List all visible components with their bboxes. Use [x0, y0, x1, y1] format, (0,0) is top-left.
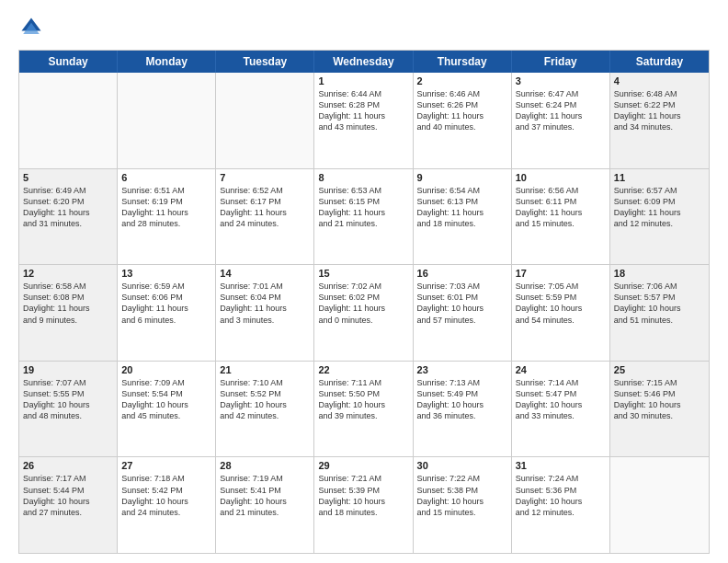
calendar-day-18: 18Sunrise: 7:06 AM Sunset: 5:57 PM Dayli…	[610, 265, 709, 361]
day-number: 17	[516, 268, 606, 279]
day-info: Sunrise: 7:22 AM Sunset: 5:38 PM Dayligh…	[417, 473, 507, 518]
calendar-day-27: 27Sunrise: 7:18 AM Sunset: 5:42 PM Dayli…	[118, 457, 216, 553]
calendar-day-30: 30Sunrise: 7:22 AM Sunset: 5:38 PM Dayli…	[414, 457, 512, 553]
calendar-day-1: 1Sunrise: 6:44 AM Sunset: 6:28 PM Daylig…	[314, 73, 413, 168]
page: SundayMondayTuesdayWednesdayThursdayFrid…	[0, 0, 728, 563]
day-info: Sunrise: 7:11 AM Sunset: 5:50 PM Dayligh…	[318, 377, 408, 422]
day-info: Sunrise: 7:18 AM Sunset: 5:42 PM Dayligh…	[121, 473, 211, 518]
day-number: 25	[614, 364, 705, 375]
day-info: Sunrise: 7:03 AM Sunset: 6:01 PM Dayligh…	[417, 281, 507, 326]
calendar-week-5: 26Sunrise: 7:17 AM Sunset: 5:44 PM Dayli…	[19, 457, 709, 553]
day-info: Sunrise: 7:14 AM Sunset: 5:47 PM Dayligh…	[516, 377, 606, 422]
day-info: Sunrise: 6:59 AM Sunset: 6:06 PM Dayligh…	[121, 281, 211, 326]
day-info: Sunrise: 7:13 AM Sunset: 5:49 PM Dayligh…	[417, 377, 507, 422]
day-number: 28	[220, 460, 310, 471]
calendar-week-3: 12Sunrise: 6:58 AM Sunset: 6:08 PM Dayli…	[19, 265, 709, 362]
day-number: 13	[121, 268, 211, 279]
calendar-day-17: 17Sunrise: 7:05 AM Sunset: 5:59 PM Dayli…	[512, 265, 610, 361]
day-number: 14	[220, 268, 310, 279]
day-info: Sunrise: 7:15 AM Sunset: 5:46 PM Dayligh…	[614, 377, 705, 422]
calendar-day-24: 24Sunrise: 7:14 AM Sunset: 5:47 PM Dayli…	[512, 362, 610, 457]
header-day-friday: Friday	[512, 51, 610, 73]
calendar-day-22: 22Sunrise: 7:11 AM Sunset: 5:50 PM Dayli…	[314, 362, 413, 457]
calendar-week-4: 19Sunrise: 7:07 AM Sunset: 5:55 PM Dayli…	[19, 362, 709, 458]
calendar-day-25: 25Sunrise: 7:15 AM Sunset: 5:46 PM Dayli…	[610, 362, 709, 457]
calendar-day-15: 15Sunrise: 7:02 AM Sunset: 6:02 PM Dayli…	[314, 265, 413, 361]
calendar-day-21: 21Sunrise: 7:10 AM Sunset: 5:52 PM Dayli…	[216, 362, 314, 457]
calendar-day-16: 16Sunrise: 7:03 AM Sunset: 6:01 PM Dayli…	[414, 265, 512, 361]
day-info: Sunrise: 6:44 AM Sunset: 6:28 PM Dayligh…	[318, 88, 408, 133]
day-number: 29	[318, 460, 408, 471]
day-info: Sunrise: 6:56 AM Sunset: 6:11 PM Dayligh…	[516, 185, 606, 230]
calendar-header: SundayMondayTuesdayWednesdayThursdayFrid…	[19, 51, 709, 73]
calendar-day-12: 12Sunrise: 6:58 AM Sunset: 6:08 PM Dayli…	[19, 265, 118, 361]
day-number: 16	[417, 268, 507, 279]
day-number: 21	[220, 364, 310, 375]
calendar-day-8: 8Sunrise: 6:53 AM Sunset: 6:15 PM Daylig…	[314, 169, 413, 265]
day-info: Sunrise: 6:58 AM Sunset: 6:08 PM Dayligh…	[23, 281, 113, 326]
day-number: 2	[417, 75, 507, 86]
day-number: 1	[318, 75, 408, 86]
day-number: 10	[516, 172, 606, 183]
logo-icon	[18, 15, 44, 40]
calendar-day-7: 7Sunrise: 6:52 AM Sunset: 6:17 PM Daylig…	[216, 169, 314, 265]
day-info: Sunrise: 7:07 AM Sunset: 5:55 PM Dayligh…	[23, 377, 113, 422]
calendar: SundayMondayTuesdayWednesdayThursdayFrid…	[18, 50, 710, 554]
day-info: Sunrise: 7:05 AM Sunset: 5:59 PM Dayligh…	[516, 281, 606, 326]
day-info: Sunrise: 6:49 AM Sunset: 6:20 PM Dayligh…	[23, 185, 113, 230]
day-info: Sunrise: 6:51 AM Sunset: 6:19 PM Dayligh…	[121, 185, 211, 230]
calendar-day-29: 29Sunrise: 7:21 AM Sunset: 5:39 PM Dayli…	[314, 457, 413, 553]
header-day-wednesday: Wednesday	[314, 51, 413, 73]
day-info: Sunrise: 7:24 AM Sunset: 5:36 PM Dayligh…	[516, 473, 606, 518]
day-info: Sunrise: 6:57 AM Sunset: 6:09 PM Dayligh…	[614, 185, 705, 230]
day-info: Sunrise: 7:09 AM Sunset: 5:54 PM Dayligh…	[121, 377, 211, 422]
header-day-tuesday: Tuesday	[216, 51, 314, 73]
day-info: Sunrise: 7:02 AM Sunset: 6:02 PM Dayligh…	[318, 281, 408, 326]
day-info: Sunrise: 7:10 AM Sunset: 5:52 PM Dayligh…	[220, 377, 310, 422]
day-number: 27	[121, 460, 211, 471]
calendar-day-2: 2Sunrise: 6:46 AM Sunset: 6:26 PM Daylig…	[414, 73, 512, 168]
day-number: 23	[417, 364, 507, 375]
logo	[18, 15, 48, 40]
header-day-thursday: Thursday	[414, 51, 512, 73]
calendar-day-empty	[118, 73, 216, 168]
day-info: Sunrise: 6:53 AM Sunset: 6:15 PM Dayligh…	[318, 185, 408, 230]
day-number: 5	[23, 172, 113, 183]
header-day-sunday: Sunday	[19, 51, 118, 73]
calendar-day-5: 5Sunrise: 6:49 AM Sunset: 6:20 PM Daylig…	[19, 169, 118, 265]
calendar-day-20: 20Sunrise: 7:09 AM Sunset: 5:54 PM Dayli…	[118, 362, 216, 457]
day-info: Sunrise: 6:52 AM Sunset: 6:17 PM Dayligh…	[220, 185, 310, 230]
calendar-day-9: 9Sunrise: 6:54 AM Sunset: 6:13 PM Daylig…	[414, 169, 512, 265]
calendar-day-10: 10Sunrise: 6:56 AM Sunset: 6:11 PM Dayli…	[512, 169, 610, 265]
calendar-day-19: 19Sunrise: 7:07 AM Sunset: 5:55 PM Dayli…	[19, 362, 118, 457]
day-info: Sunrise: 6:54 AM Sunset: 6:13 PM Dayligh…	[417, 185, 507, 230]
day-number: 4	[614, 75, 705, 86]
header	[18, 15, 710, 40]
day-number: 20	[121, 364, 211, 375]
calendar-day-4: 4Sunrise: 6:48 AM Sunset: 6:22 PM Daylig…	[610, 73, 709, 168]
calendar-day-26: 26Sunrise: 7:17 AM Sunset: 5:44 PM Dayli…	[19, 457, 118, 553]
day-info: Sunrise: 7:21 AM Sunset: 5:39 PM Dayligh…	[318, 473, 408, 518]
calendar-day-empty	[19, 73, 118, 168]
calendar-week-1: 1Sunrise: 6:44 AM Sunset: 6:28 PM Daylig…	[19, 73, 709, 169]
calendar-day-3: 3Sunrise: 6:47 AM Sunset: 6:24 PM Daylig…	[512, 73, 610, 168]
day-info: Sunrise: 7:01 AM Sunset: 6:04 PM Dayligh…	[220, 281, 310, 326]
calendar-day-14: 14Sunrise: 7:01 AM Sunset: 6:04 PM Dayli…	[216, 265, 314, 361]
day-info: Sunrise: 7:17 AM Sunset: 5:44 PM Dayligh…	[23, 473, 113, 518]
calendar-day-6: 6Sunrise: 6:51 AM Sunset: 6:19 PM Daylig…	[118, 169, 216, 265]
calendar-day-31: 31Sunrise: 7:24 AM Sunset: 5:36 PM Dayli…	[512, 457, 610, 553]
day-number: 3	[516, 75, 606, 86]
day-number: 30	[417, 460, 507, 471]
day-number: 12	[23, 268, 113, 279]
header-day-saturday: Saturday	[610, 51, 709, 73]
day-info: Sunrise: 6:46 AM Sunset: 6:26 PM Dayligh…	[417, 88, 507, 133]
day-number: 8	[318, 172, 408, 183]
day-number: 9	[417, 172, 507, 183]
day-number: 11	[614, 172, 705, 183]
day-info: Sunrise: 7:19 AM Sunset: 5:41 PM Dayligh…	[220, 473, 310, 518]
header-day-monday: Monday	[118, 51, 216, 73]
day-number: 19	[23, 364, 113, 375]
calendar-day-13: 13Sunrise: 6:59 AM Sunset: 6:06 PM Dayli…	[118, 265, 216, 361]
calendar-day-11: 11Sunrise: 6:57 AM Sunset: 6:09 PM Dayli…	[610, 169, 709, 265]
calendar-body: 1Sunrise: 6:44 AM Sunset: 6:28 PM Daylig…	[19, 73, 709, 553]
